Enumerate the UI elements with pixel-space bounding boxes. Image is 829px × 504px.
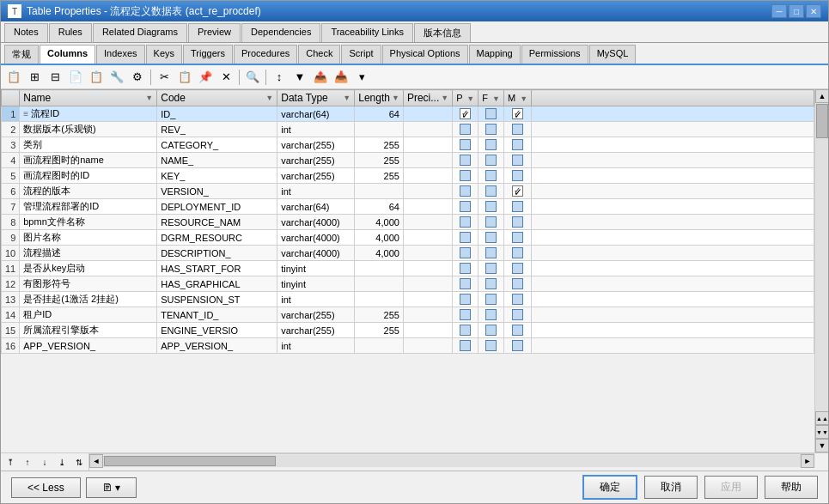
scroll-thumb[interactable] [816,104,828,138]
cancel-button[interactable]: 取消 [644,476,698,499]
cell-length[interactable] [355,122,404,137]
horizontal-scrollbar[interactable]: ◄ ► [89,453,814,467]
copy-button[interactable]: 📋 [175,68,194,87]
cell-length[interactable]: 64 [355,199,404,215]
apply-button[interactable]: 应用 [704,476,758,499]
tab-check[interactable]: Check [298,45,340,64]
cell-code[interactable]: APP_VERSION_ [157,338,277,354]
cell-datatype[interactable]: varchar(255) [277,153,355,168]
tab-general[interactable]: 常规 [4,45,39,64]
tab-dependencies[interactable]: Dependencies [241,23,320,42]
import-button[interactable]: 📥 [332,68,350,87]
tool-btn-3[interactable]: ⊟ [46,68,64,87]
cell-foreign[interactable] [479,168,504,184]
cell-mandatory[interactable] [503,292,531,307]
cell-precision[interactable] [403,276,452,292]
cell-primary[interactable] [453,215,479,230]
cell-foreign[interactable] [479,261,504,276]
cell-mandatory[interactable] [503,323,531,338]
cell-datatype[interactable]: int [277,184,355,199]
cell-name[interactable]: 租户ID [20,307,157,323]
cell-mandatory[interactable] [503,137,531,153]
cell-name[interactable]: 图片名称 [20,230,157,246]
tab-procedures[interactable]: Procedures [234,45,297,64]
table-row[interactable]: 12有图形符号HAS_GRAPHICALtinyint [2,276,814,292]
cell-datatype[interactable]: varchar(255) [277,137,355,153]
cell-datatype[interactable]: varchar(4000) [277,246,355,261]
cell-name[interactable]: 流程描述 [20,246,157,261]
cell-length[interactable]: 4,000 [355,246,404,261]
tab-columns[interactable]: Columns [40,45,95,64]
cell-length[interactable]: 255 [355,323,404,338]
cell-length[interactable] [355,184,404,199]
cell-name[interactable]: 画流程图时的ID [20,168,157,184]
cell-mandatory[interactable] [503,261,531,276]
cell-mandatory[interactable]: ✓ [503,106,531,122]
cell-mandatory[interactable] [503,153,531,168]
tool-btn-5[interactable]: 📋 [87,68,106,87]
col-code[interactable]: Code▼ [157,90,277,106]
cell-primary[interactable] [453,276,479,292]
table-row[interactable]: 5画流程图时的IDKEY_varchar(255)255 [2,168,814,184]
cell-datatype[interactable]: varchar(4000) [277,230,355,246]
less-button[interactable]: << Less [11,477,81,498]
scroll-down-button[interactable]: ▼ [815,439,828,452]
cell-precision[interactable] [403,292,452,307]
table-row[interactable]: 3类别CATEGORY_varchar(255)255 [2,137,814,153]
tab-rules[interactable]: Rules [49,23,92,42]
table-row[interactable]: 13是否挂起(1激活 2挂起)SUSPENSION_STint [2,292,814,307]
cell-name[interactable]: bpmn文件名称 [20,215,157,230]
cell-name[interactable]: 数据版本(乐观锁) [20,122,157,137]
table-row[interactable]: 6流程的版本VERSION_int✓ [2,184,814,199]
cell-mandatory[interactable] [503,246,531,261]
hscroll-left-button[interactable]: ◄ [89,454,103,468]
col-precision[interactable]: Preci...▼ [403,90,452,106]
cell-datatype[interactable]: varchar(255) [277,168,355,184]
cell-name[interactable]: 流程的版本 [20,184,157,199]
table-row[interactable]: 16APP_VERSION_APP_VERSION_int [2,338,814,354]
scroll-page-down[interactable]: ▼▼ [815,425,828,439]
cell-length[interactable] [355,292,404,307]
cell-primary[interactable] [453,292,479,307]
close-button[interactable]: ✕ [806,4,821,18]
cell-code[interactable]: HAS_START_FOR [157,261,277,276]
cell-datatype[interactable]: varchar(64) [277,106,355,122]
cell-length[interactable]: 255 [355,153,404,168]
cell-foreign[interactable] [479,215,504,230]
hscroll-thumb[interactable] [104,456,276,466]
cell-length[interactable] [355,261,404,276]
cell-code[interactable]: DGRM_RESOURC [157,230,277,246]
cell-precision[interactable] [403,215,452,230]
cell-code[interactable]: SUSPENSION_ST [157,292,277,307]
tab-traceability[interactable]: Traceability Links [321,23,413,42]
tab-mysql[interactable]: MySQL [589,45,637,64]
cell-length[interactable] [355,276,404,292]
cell-primary[interactable] [453,199,479,215]
cell-code[interactable]: ID_ [157,106,277,122]
find-button[interactable]: 🔍 [243,68,262,87]
cell-code[interactable]: DEPLOYMENT_ID [157,199,277,215]
tab-permissions[interactable]: Permissions [521,45,588,64]
col-m[interactable]: M ▼ [503,90,531,106]
tool-btn-7[interactable]: ⚙ [128,68,147,87]
tab-related-diagrams[interactable]: Related Diagrams [93,23,187,42]
cell-precision[interactable] [403,307,452,323]
cell-mandatory[interactable] [503,276,531,292]
sort-button[interactable]: ↕ [270,68,289,87]
table-area[interactable]: Name▼ Code▼ Data Type▼ Length▼ Preci...▼ [1,89,814,452]
cell-code[interactable]: KEY_ [157,168,277,184]
ok-button[interactable]: 确定 [582,475,637,500]
cell-length[interactable] [355,338,404,354]
delete-button[interactable]: ✕ [216,68,235,87]
cell-datatype[interactable]: int [277,292,355,307]
cell-foreign[interactable] [479,276,504,292]
cell-mandatory[interactable] [503,307,531,323]
cell-datatype[interactable]: varchar(255) [277,323,355,338]
cell-precision[interactable] [403,230,452,246]
cell-length[interactable]: 4,000 [355,230,404,246]
cell-datatype[interactable]: int [277,122,355,137]
tab-version[interactable]: 版本信息 [414,23,471,42]
col-f[interactable]: F ▼ [479,90,504,106]
cell-name[interactable]: 类别 [20,137,157,153]
move-sort-button[interactable]: ⇅ [71,454,87,470]
